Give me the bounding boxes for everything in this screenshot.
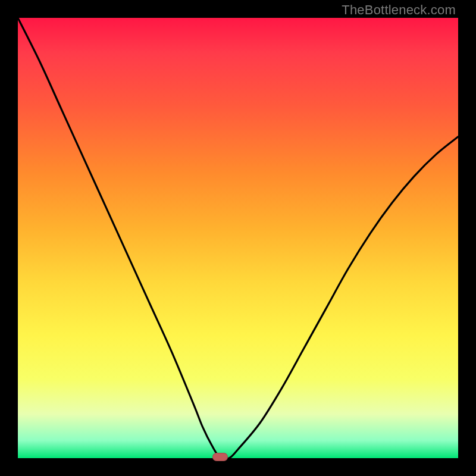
bottleneck-curve [18, 18, 458, 459]
plot-area [18, 18, 458, 458]
chart-frame: TheBottleneck.com [0, 0, 476, 476]
watermark-text: TheBottleneck.com [342, 2, 456, 18]
optimal-point-marker [212, 453, 228, 461]
curve-svg [18, 18, 458, 458]
